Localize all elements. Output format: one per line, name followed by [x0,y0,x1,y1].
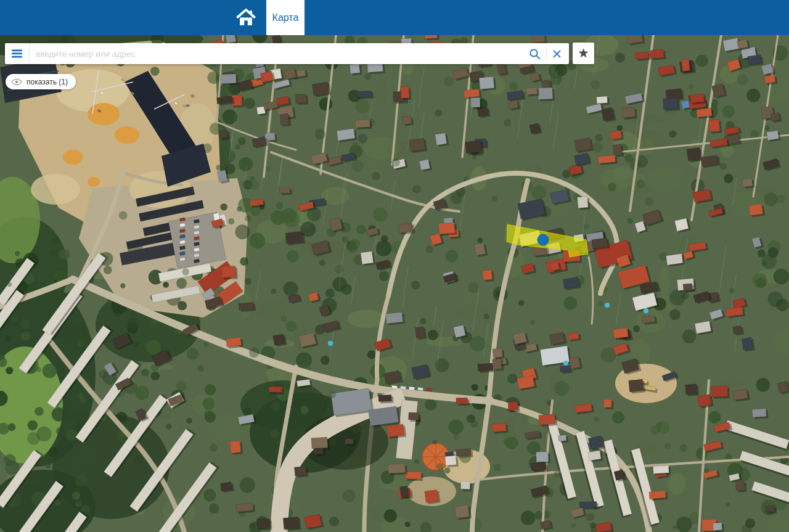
search-input[interactable] [30,44,528,63]
search-bar [5,43,569,64]
close-icon [552,49,562,59]
search-button[interactable] [528,47,542,61]
map-viewport[interactable]: показать (1) [0,35,789,532]
menu-icon [12,49,22,58]
satellite-imagery [0,35,789,532]
parcel-marker[interactable] [538,234,549,245]
divider [546,49,547,59]
eye-icon [11,78,22,86]
home-icon [236,9,256,27]
home-button[interactable] [231,0,261,35]
menu-button[interactable] [5,43,30,64]
app-header: Карта [0,0,789,35]
satellite-scenery [0,35,789,532]
favorites-button[interactable] [573,43,594,64]
show-objects-label: показать (1) [27,78,68,86]
clear-search-button[interactable] [551,48,563,60]
search-actions [528,47,569,61]
tab-map[interactable]: Карта [266,0,305,35]
show-objects-chip[interactable]: показать (1) [6,74,76,89]
star-icon [578,48,589,59]
magnifier-icon [529,48,541,60]
map-application: Карта [0,0,789,532]
tab-map-label: Карта [272,12,299,23]
